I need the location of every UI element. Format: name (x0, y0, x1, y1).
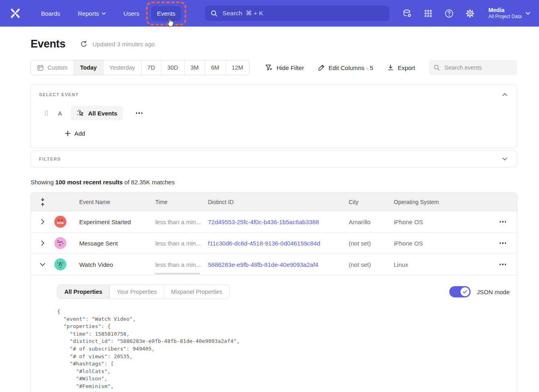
event-selector-chip[interactable]: All Events (71, 106, 123, 120)
project-selector[interactable]: Media All Project Data (488, 6, 530, 20)
horizontal-scrollbar-thumb[interactable] (154, 273, 200, 274)
table-tools: Hide Filter Edit Columns · 5 Export (265, 60, 517, 75)
json-mode-toggle[interactable] (449, 286, 471, 297)
edit-columns-button[interactable]: Edit Columns · 5 (318, 64, 373, 71)
main-content: Events Updated 3 minutes ago Custom Toda… (31, 38, 517, 392)
search-events-input[interactable] (444, 64, 512, 71)
distinct-id-link[interactable]: 5886283e-e9fb-48fb-81de-40e9093a2af4 (208, 261, 349, 268)
date-range-3m[interactable]: 3M (184, 60, 205, 75)
event-city: Amarillo (349, 219, 394, 225)
chevron-up-icon (502, 93, 507, 96)
date-range-custom[interactable]: Custom (31, 60, 74, 75)
select-event-panel: SELECT EVENT A All Events Add (31, 84, 517, 148)
event-detail-panel: All Properties Your Properties Mixpanel … (31, 275, 517, 392)
add-event-button[interactable]: Add (65, 130, 85, 137)
expand-all-rows-button[interactable] (31, 197, 54, 207)
filters-heading: FILTERS (39, 157, 61, 161)
row-options-icon[interactable] (496, 218, 510, 226)
expand-collapse-icon (40, 197, 45, 207)
chevron-down-icon (502, 157, 507, 161)
distinct-id-link[interactable]: 72d49553-25fc-4f0c-b436-1b5ac6ab3388 (208, 219, 349, 225)
event-os: Linux (394, 261, 489, 268)
hide-filter-button[interactable]: Hide Filter (265, 64, 304, 71)
nav-item-events[interactable]: Events (151, 6, 181, 21)
row-options-icon[interactable] (496, 239, 510, 247)
col-distinct-id: Distinct ID (208, 199, 349, 205)
navbar-right: Media All Project Data (402, 6, 530, 20)
title-row: Events Updated 3 minutes ago (31, 38, 517, 50)
table-row[interactable]: Message Sent less than a min... f11c30d6… (31, 233, 517, 254)
collapse-panel-button[interactable] (501, 91, 509, 98)
settings-gear-icon[interactable] (465, 8, 475, 18)
events-table: Event Name Time Distinct ID City Operati… (31, 192, 517, 392)
collapse-row-button[interactable] (31, 263, 54, 266)
date-range-12m[interactable]: 12M (225, 60, 249, 75)
controls-row: Custom Today Yesterday 7D 30D 3M 6M 12M … (31, 60, 517, 75)
event-city: (not set) (349, 261, 394, 268)
event-avatar (54, 237, 66, 249)
date-range-7d[interactable]: 7D (141, 60, 161, 75)
date-range-6m[interactable]: 6M (205, 60, 225, 75)
mixpanel-logo[interactable] (9, 7, 22, 20)
refresh-button[interactable] (80, 40, 88, 48)
col-city: City (349, 199, 394, 205)
project-name: Media (488, 6, 522, 14)
filters-panel[interactable]: FILTERS (31, 151, 517, 167)
download-icon (387, 64, 394, 71)
event-os: iPhone OS (394, 219, 489, 225)
nav-item-boards[interactable]: Boards (35, 6, 66, 21)
event-name: Experiment Started (79, 219, 155, 225)
row-options-icon[interactable] (496, 260, 510, 268)
search-events-box[interactable] (429, 60, 517, 75)
event-avatar (54, 216, 66, 228)
toggle-knob (461, 287, 469, 296)
export-button[interactable]: Export (387, 64, 415, 71)
primary-nav: Boards Reports Users Events (35, 6, 192, 21)
refresh-icon (80, 40, 88, 48)
data-management-icon[interactable] (402, 8, 412, 18)
event-options-icon[interactable] (134, 110, 145, 116)
chevron-right-icon (41, 240, 45, 246)
calendar-icon (37, 64, 44, 71)
expand-row-button[interactable] (31, 219, 54, 225)
global-search-input[interactable] (222, 9, 384, 17)
global-search[interactable] (205, 6, 389, 21)
event-time: less than a min... (155, 240, 208, 247)
plus-icon (65, 130, 71, 136)
event-time: less than a min... (155, 261, 208, 268)
event-row-letter: A (58, 110, 62, 117)
event-cursor-sparkle-icon (76, 109, 84, 117)
tab-mixpanel-properties[interactable]: Mixpanel Properties (164, 285, 229, 299)
apps-grid-icon[interactable] (423, 8, 433, 18)
expand-filters-button[interactable] (501, 156, 509, 162)
page-title: Events (31, 38, 66, 50)
top-navbar: Boards Reports Users Events (0, 0, 539, 27)
nav-item-reports[interactable]: Reports (72, 6, 112, 21)
event-avatar (54, 258, 66, 270)
tab-your-properties[interactable]: Your Properties (109, 285, 163, 299)
event-row: A All Events (39, 106, 509, 120)
date-range-today[interactable]: Today (74, 60, 103, 75)
json-mode-label: JSON mode (477, 289, 510, 295)
tab-all-properties[interactable]: All Properties (58, 285, 109, 299)
date-range-control: Custom Today Yesterday 7D 30D 3M 6M 12M (31, 60, 249, 75)
expand-row-button[interactable] (31, 240, 54, 246)
chevron-down-icon (102, 12, 106, 15)
col-operating-system: Operating System (394, 199, 489, 205)
date-range-yesterday[interactable]: Yesterday (103, 60, 141, 75)
cursor-hand-icon (165, 17, 175, 28)
search-icon (211, 10, 218, 17)
distinct-id-link[interactable]: f11c30d6-dc6d-4518-9136-0d046159c84d (208, 240, 349, 247)
table-row[interactable]: Experiment Started less than a min... 72… (31, 211, 517, 233)
col-time: Time (155, 199, 208, 205)
table-row-expanded[interactable]: Watch Video less than a min... 5886283e-… (31, 254, 517, 275)
drag-handle-icon[interactable] (44, 110, 48, 116)
date-range-30d[interactable]: 30D (161, 60, 184, 75)
event-time: less than a min... (155, 219, 208, 225)
pencil-icon (318, 64, 325, 71)
chevron-down-icon (40, 263, 45, 266)
nav-item-users[interactable]: Users (118, 6, 145, 21)
help-icon[interactable] (444, 8, 454, 18)
event-json-view: { "event": "Watch Video", "properties": … (57, 308, 517, 392)
check-icon (463, 290, 467, 294)
